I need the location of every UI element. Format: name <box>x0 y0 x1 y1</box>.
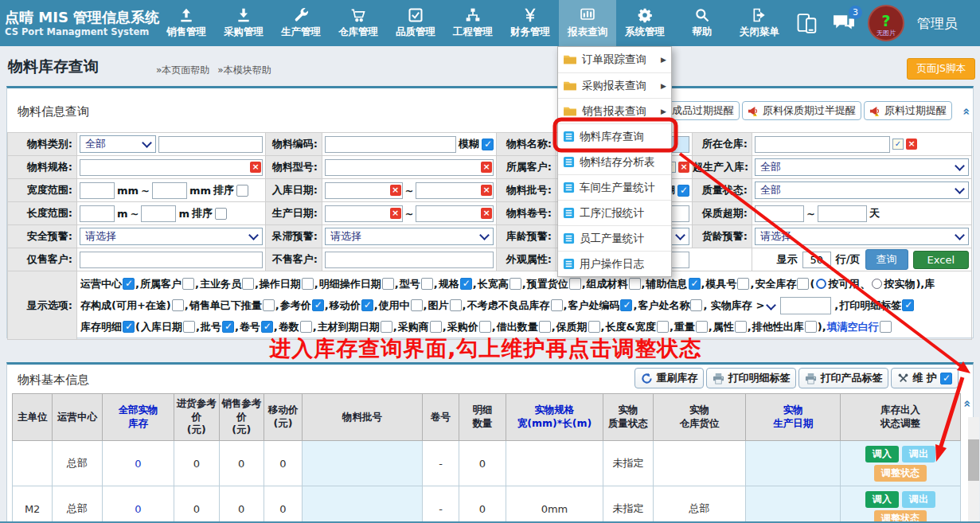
nav-item-sales[interactable]: 销售管理 <box>158 0 215 46</box>
shelf-overdue-min-input[interactable] <box>755 205 804 222</box>
option-checkbox[interactable] <box>312 299 324 311</box>
option-checkbox[interactable] <box>629 278 641 290</box>
action-print-detail-label-button[interactable]: 打印明细标签 <box>706 368 796 388</box>
menu-item-process-report-stats[interactable]: 工序汇报统计 <box>558 200 671 225</box>
option-checkbox[interactable] <box>222 321 234 333</box>
stock-threshold-input[interactable] <box>780 297 831 314</box>
option-checkbox[interactable] <box>805 321 817 333</box>
page-js-script-button[interactable]: 页面JS脚本 <box>907 58 975 80</box>
transfer-out-button[interactable]: 调出 <box>902 446 935 463</box>
option-checkbox[interactable] <box>588 321 600 333</box>
option-checkbox[interactable] <box>460 278 472 290</box>
material-spec-input[interactable] <box>80 159 263 176</box>
clear-icon[interactable]: × <box>481 185 492 196</box>
transfer-out-button[interactable]: 调出 <box>902 491 935 508</box>
option-checkbox[interactable] <box>797 278 809 290</box>
option-checkbox[interactable] <box>302 278 314 290</box>
messages-button[interactable]: 3 <box>833 14 855 33</box>
chevron-down-icon[interactable] <box>766 300 776 310</box>
option-checkbox[interactable] <box>737 278 749 290</box>
clear-icon[interactable]: × <box>390 185 401 196</box>
option-checkbox[interactable] <box>123 278 135 290</box>
page-help-link[interactable]: »本页面帮助 <box>156 64 209 77</box>
option-checkbox[interactable] <box>620 299 632 311</box>
warehouse-input[interactable] <box>755 136 890 153</box>
menu-item-order-tracking-query[interactable]: 订单跟踪查询▶ <box>558 47 671 72</box>
option-checkbox[interactable] <box>902 299 914 311</box>
option-checkbox[interactable] <box>696 321 708 333</box>
transfer-in-button[interactable]: 调入 <box>865 446 899 463</box>
goods-age-alert-select[interactable]: 请选择 <box>755 228 969 245</box>
option-checkbox[interactable] <box>411 299 423 311</box>
option-checkbox[interactable] <box>551 299 563 311</box>
option-checkbox[interactable] <box>690 299 702 311</box>
menu-item-material-stock-query[interactable]: 物料库存查询 <box>558 123 671 149</box>
option-checkbox[interactable] <box>361 299 373 311</box>
material-code-fuzzy-checkbox[interactable] <box>482 139 494 150</box>
shelf-overdue-max-input[interactable] <box>818 205 867 222</box>
mobile-devices-icon[interactable] <box>796 13 820 34</box>
nav-item-help[interactable]: 帮助 <box>674 0 731 46</box>
option-checkbox[interactable] <box>880 321 892 333</box>
maintain-checkbox[interactable] <box>940 373 952 384</box>
nav-item-close-menu[interactable]: 关闭菜单 <box>731 0 788 46</box>
over-production-select[interactable]: 全部 <box>755 158 969 176</box>
option-checkbox[interactable] <box>172 299 184 311</box>
page-size-input[interactable] <box>802 252 831 268</box>
option-checkbox[interactable] <box>123 321 135 333</box>
length-max-input[interactable] <box>141 205 176 222</box>
option-checkbox[interactable] <box>539 321 551 333</box>
width-max-input[interactable] <box>152 182 187 199</box>
nav-item-finance[interactable]: 财务管理 <box>502 0 559 46</box>
collapse-panel-icon[interactable]: « <box>959 107 974 115</box>
no-sell-customer-input[interactable] <box>325 252 494 268</box>
picker-icon[interactable]: ✓ <box>892 139 904 150</box>
option-checkbox[interactable] <box>263 299 275 311</box>
clear-icon[interactable]: × <box>250 162 261 173</box>
option-checkbox[interactable] <box>689 278 701 290</box>
scrollbar-thumb[interactable] <box>968 439 979 481</box>
reminder-button-raw-overdue[interactable]: 原料过期提醒 <box>864 101 952 120</box>
option-checkbox[interactable] <box>242 278 254 290</box>
nav-item-warehouse[interactable]: 仓库管理 <box>330 0 387 46</box>
stagnant-alert-select[interactable]: 请选择 <box>325 228 494 245</box>
option-checkbox[interactable] <box>182 278 194 290</box>
width-min-input[interactable] <box>80 182 115 199</box>
option-checkbox[interactable] <box>430 321 442 333</box>
option-checkbox[interactable] <box>479 321 491 333</box>
excel-button[interactable]: Excel <box>913 251 969 269</box>
quality-status-select[interactable]: 全部 <box>755 181 969 199</box>
menu-item-workshop-output-stats[interactable]: 车间生产量统计 <box>558 174 671 200</box>
menu-item-employee-output-stats[interactable]: 员工产量统计 <box>558 225 671 251</box>
nav-item-production[interactable]: 生产管理 <box>272 0 330 46</box>
clear-icon[interactable]: × <box>906 139 917 150</box>
nav-item-quality[interactable]: 品质管理 <box>387 0 444 46</box>
batch-fuzzy-checkbox[interactable] <box>677 185 689 197</box>
option-checkbox[interactable] <box>569 278 581 290</box>
clear-icon[interactable]: × <box>390 208 401 219</box>
option-checkbox[interactable] <box>657 321 669 333</box>
radio-button[interactable] <box>872 279 882 289</box>
option-checkbox[interactable] <box>183 321 195 333</box>
collapse-table-icon[interactable]: « <box>960 400 974 408</box>
material-category-select[interactable]: 全部 <box>80 135 156 153</box>
transfer-in-button[interactable]: 调入 <box>865 491 899 508</box>
nav-item-engineering[interactable]: 工程管理 <box>444 0 502 46</box>
module-help-link[interactable]: »本模块帮助 <box>217 64 271 77</box>
option-checkbox[interactable] <box>300 321 312 333</box>
avatar[interactable]: ? 无图片 <box>868 5 904 41</box>
action-maintain-button[interactable]: 维 护 <box>891 368 959 388</box>
reminder-button-raw-shelf-half[interactable]: 原料保质期过半提醒 <box>742 101 861 120</box>
clear-icon[interactable]: × <box>678 162 689 173</box>
menu-item-sales-report-query[interactable]: 销售报表查询▶ <box>558 98 671 123</box>
nav-item-purchase[interactable]: 采购管理 <box>215 0 272 46</box>
radio-button[interactable] <box>816 279 826 289</box>
clear-icon[interactable]: × <box>481 208 492 219</box>
option-checkbox[interactable] <box>261 321 273 333</box>
option-checkbox[interactable] <box>421 278 433 290</box>
menu-item-user-operation-log[interactable]: 用户操作日志 <box>558 251 671 276</box>
query-button[interactable]: 查询 <box>865 249 908 270</box>
width-sort-checkbox[interactable] <box>236 185 248 197</box>
material-code-input[interactable] <box>325 136 456 153</box>
option-checkbox[interactable] <box>382 278 394 290</box>
